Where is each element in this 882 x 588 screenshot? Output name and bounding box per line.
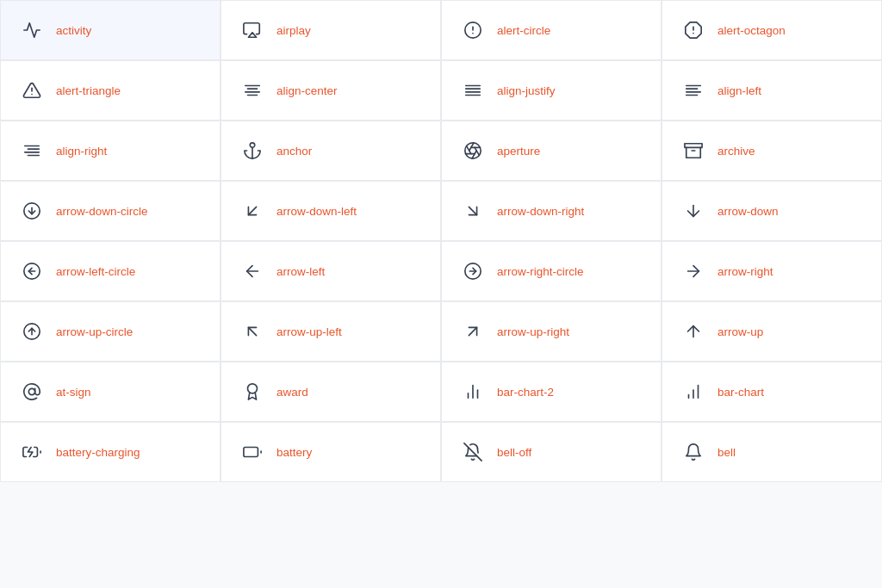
bell-icon	[681, 440, 705, 464]
alert-circle-icon	[461, 18, 485, 42]
battery-charging-label: battery-charging	[56, 446, 140, 459]
arrow-left-label: arrow-left	[276, 265, 325, 278]
icon-cell-arrow-down[interactable]: arrow-down	[662, 181, 882, 241]
archive-label: archive	[717, 145, 755, 158]
icon-cell-archive[interactable]: archive	[662, 121, 882, 181]
icon-cell-arrow-up-left[interactable]: arrow-up-left	[220, 301, 441, 362]
activity-icon	[20, 18, 44, 42]
icon-cell-arrow-down-left[interactable]: arrow-down-left	[220, 181, 441, 241]
arrow-down-left-icon	[240, 199, 264, 223]
icon-cell-bell-off[interactable]: bell-off	[441, 422, 662, 482]
bell-label: bell	[717, 446, 736, 459]
icon-cell-airplay[interactable]: airplay	[220, 0, 441, 60]
align-justify-label: align-justify	[497, 84, 556, 97]
icon-cell-align-justify[interactable]: align-justify	[441, 60, 662, 121]
icon-cell-alert-octagon[interactable]: alert-octagon	[662, 0, 882, 60]
arrow-up-right-icon	[461, 319, 485, 344]
icon-cell-arrow-up-right[interactable]: arrow-up-right	[441, 301, 662, 362]
icon-cell-arrow-left-circle[interactable]: arrow-left-circle	[0, 241, 220, 301]
icon-cell-bar-chart-2[interactable]: bar-chart-2	[441, 362, 662, 422]
icon-cell-battery-charging[interactable]: battery-charging	[0, 422, 220, 482]
activity-label: activity	[56, 24, 91, 37]
svg-line-63	[464, 443, 481, 461]
svg-point-52	[28, 388, 34, 394]
icon-cell-bar-chart[interactable]: bar-chart	[662, 362, 882, 422]
arrow-up-icon	[681, 319, 705, 344]
arrow-down-right-label: arrow-down-right	[497, 205, 584, 218]
arrow-up-label: arrow-up	[717, 325, 763, 338]
battery-charging-icon	[20, 440, 44, 464]
arrow-down-circle-label: arrow-down-circle	[56, 205, 148, 218]
icon-cell-at-sign[interactable]: at-sign	[0, 362, 220, 422]
icon-cell-anchor[interactable]: anchor	[220, 121, 441, 181]
anchor-label: anchor	[276, 145, 312, 158]
alert-octagon-label: alert-octagon	[717, 24, 786, 37]
svg-rect-34	[685, 144, 702, 148]
battery-icon	[240, 440, 264, 464]
icon-cell-align-left[interactable]: align-left	[662, 60, 882, 121]
svg-line-50	[469, 327, 476, 335]
svg-line-39	[469, 207, 476, 214]
icon-cell-battery[interactable]: battery	[220, 422, 441, 482]
arrow-left-icon	[240, 259, 264, 283]
svg-point-25	[250, 143, 255, 148]
align-left-icon	[681, 78, 705, 102]
icon-cell-activity[interactable]: activity	[0, 0, 220, 60]
alert-octagon-icon	[681, 18, 705, 42]
at-sign-icon	[20, 380, 44, 404]
battery-label: battery	[276, 446, 312, 459]
icon-grid: activityairplayalert-circlealert-octagon…	[0, 0, 882, 482]
icon-cell-arrow-down-right[interactable]: arrow-down-right	[441, 181, 662, 241]
arrow-up-left-icon	[240, 319, 264, 344]
airplay-icon	[240, 18, 264, 42]
icon-cell-alert-triangle[interactable]: alert-triangle	[0, 60, 220, 121]
svg-line-49	[248, 327, 256, 335]
svg-marker-0	[248, 33, 256, 38]
arrow-up-left-label: arrow-up-left	[276, 325, 342, 338]
bar-chart-icon	[681, 380, 705, 404]
icon-cell-align-center[interactable]: align-center	[220, 60, 441, 121]
arrow-up-right-label: arrow-up-right	[497, 325, 569, 338]
icon-cell-bell[interactable]: bell	[662, 422, 882, 482]
aperture-icon	[461, 139, 485, 163]
icon-cell-arrow-right-circle[interactable]: arrow-right-circle	[441, 241, 662, 301]
arrow-down-right-icon	[461, 199, 485, 223]
arrow-left-circle-icon	[20, 259, 44, 283]
airplay-label: airplay	[276, 24, 311, 37]
icon-cell-arrow-down-circle[interactable]: arrow-down-circle	[0, 181, 220, 241]
svg-rect-61	[244, 448, 258, 457]
arrow-right-label: arrow-right	[717, 265, 773, 278]
arrow-up-circle-label: arrow-up-circle	[56, 325, 133, 338]
arrow-up-circle-icon	[20, 319, 44, 344]
icon-cell-arrow-right[interactable]: arrow-right	[662, 241, 882, 301]
align-center-label: align-center	[276, 84, 338, 97]
bar-chart-label: bar-chart	[717, 386, 764, 399]
align-right-icon	[20, 139, 44, 163]
icon-cell-arrow-up[interactable]: arrow-up	[662, 301, 882, 362]
svg-point-53	[248, 384, 258, 393]
bar-chart-2-label: bar-chart-2	[497, 386, 554, 399]
aperture-label: aperture	[497, 145, 540, 158]
icon-cell-aperture[interactable]: aperture	[441, 121, 662, 181]
award-icon	[240, 380, 264, 404]
arrow-right-circle-icon	[461, 259, 485, 283]
arrow-right-icon	[681, 259, 705, 283]
alert-triangle-icon	[20, 78, 44, 102]
icon-cell-align-right[interactable]: align-right	[0, 121, 220, 181]
anchor-icon	[240, 139, 264, 163]
align-right-label: align-right	[56, 145, 107, 158]
arrow-down-circle-icon	[20, 199, 44, 223]
icon-cell-arrow-up-circle[interactable]: arrow-up-circle	[0, 301, 220, 362]
alert-circle-label: alert-circle	[497, 24, 550, 37]
award-label: award	[276, 386, 308, 399]
arrow-left-circle-label: arrow-left-circle	[56, 265, 135, 278]
icon-cell-arrow-left[interactable]: arrow-left	[220, 241, 441, 301]
arrow-down-icon	[681, 199, 705, 223]
arrow-down-label: arrow-down	[717, 205, 779, 218]
bar-chart-2-icon	[461, 380, 485, 404]
alert-triangle-label: alert-triangle	[56, 84, 121, 97]
icon-cell-alert-circle[interactable]: alert-circle	[441, 0, 662, 60]
at-sign-label: at-sign	[56, 386, 91, 399]
icon-cell-award[interactable]: award	[220, 362, 441, 422]
align-justify-icon	[461, 78, 485, 102]
